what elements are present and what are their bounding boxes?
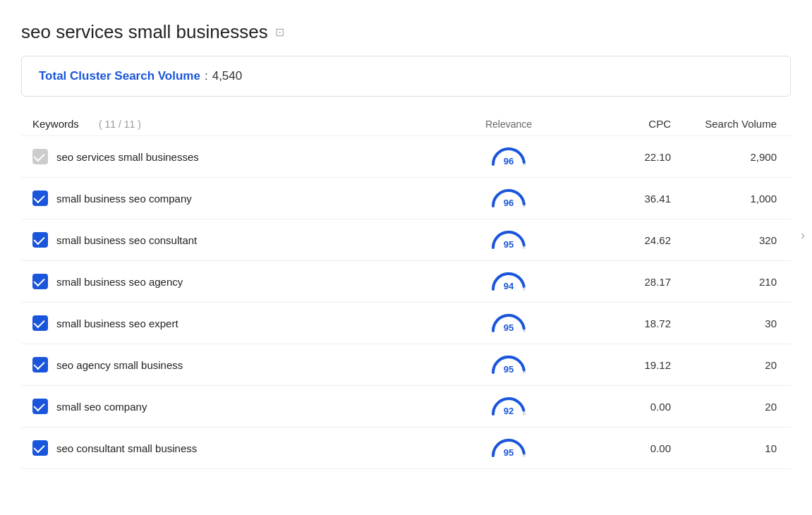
- volume-cell: 20: [671, 401, 784, 413]
- header-keyword: Keywords ( 11 / 11 ): [32, 118, 445, 130]
- volume-cell: 30: [671, 317, 784, 329]
- cpc-cell: 36.41: [572, 193, 671, 205]
- relevance-value: 92: [504, 406, 514, 416]
- header-volume: Search Volume: [671, 118, 784, 130]
- cpc-cell: 18.72: [572, 317, 671, 329]
- keyword-text: seo services small businesses: [56, 151, 199, 163]
- cluster-volume-value: 4,540: [212, 69, 243, 83]
- copy-icon[interactable]: ⊡: [275, 25, 284, 39]
- table-header: Keywords ( 11 / 11 ) Relevance CPC Searc…: [21, 112, 791, 135]
- keyword-text: small business seo company: [56, 193, 192, 205]
- chevron-right-icon[interactable]: ›: [801, 227, 805, 242]
- table-row: small business seo company 96 36.41 1,00…: [21, 177, 791, 219]
- volume-cell: 10: [671, 442, 784, 454]
- keywords-count: ( 11 / 11 ): [99, 119, 141, 130]
- cpc-cell: 0.00: [572, 401, 671, 413]
- relevance-gauge: 94: [490, 271, 527, 292]
- relevance-value: 96: [504, 198, 514, 208]
- page-title-text: seo services small businesses: [21, 21, 268, 43]
- table-row: small business seo consultant 95 24.62 3…: [21, 219, 791, 260]
- relevance-gauge: 95: [490, 229, 527, 250]
- relevance-value: 94: [504, 281, 514, 291]
- relevance-gauge: 92: [490, 396, 527, 417]
- table-row: small seo company 92 0.00 20: [21, 385, 791, 427]
- relevance-value: 95: [504, 322, 514, 333]
- keyword-text: small business seo agency: [56, 276, 183, 288]
- keyword-text: small business seo consultant: [56, 234, 197, 246]
- relevance-value: 95: [504, 447, 514, 458]
- relevance-cell: 96: [445, 146, 572, 167]
- keyword-cell: small business seo consultant: [32, 232, 445, 248]
- table-row: small business seo expert 95 18.72 30: [21, 302, 791, 344]
- cpc-cell: 28.17: [572, 276, 671, 288]
- keyword-text: seo agency small business: [56, 359, 183, 371]
- keyword-cell: seo agency small business: [32, 357, 445, 372]
- relevance-gauge: 96: [490, 146, 527, 167]
- relevance-cell: 96: [445, 188, 572, 209]
- table-row: seo consultant small business 95 0.00 10: [21, 427, 791, 469]
- table-rows: seo services small businesses 96 22.10 2…: [21, 135, 791, 469]
- relevance-value: 96: [504, 156, 514, 166]
- relevance-gauge: 96: [490, 188, 527, 209]
- volume-cell: 320: [671, 234, 784, 246]
- relevance-cell: 94: [445, 271, 572, 292]
- relevance-gauge: 95: [490, 354, 527, 375]
- table-row: small business seo agency 94 28.17 210: [21, 260, 791, 302]
- cpc-cell: 0.00: [572, 442, 671, 454]
- table-row: seo services small businesses 96 22.10 2…: [21, 135, 791, 177]
- keywords-table: Keywords ( 11 / 11 ) Relevance CPC Searc…: [21, 112, 791, 469]
- row-checkbox[interactable]: [32, 399, 48, 414]
- cpc-cell: 19.12: [572, 359, 671, 371]
- row-checkbox[interactable]: [32, 440, 48, 456]
- relevance-value: 95: [504, 364, 514, 375]
- relevance-gauge: 95: [490, 313, 527, 334]
- table-row: seo agency small business 95 19.12 20: [21, 344, 791, 385]
- row-checkbox[interactable]: [32, 315, 48, 331]
- cpc-cell: 22.10: [572, 151, 671, 163]
- keyword-cell: small business seo agency: [32, 274, 445, 289]
- keyword-text: small business seo expert: [56, 317, 178, 329]
- volume-cell: 20: [671, 359, 784, 371]
- header-relevance: Relevance: [445, 118, 572, 130]
- relevance-cell: 95: [445, 354, 572, 375]
- relevance-cell: 95: [445, 313, 572, 334]
- page-title: seo services small businesses ⊡: [21, 21, 791, 43]
- page-container: seo services small businesses ⊡ Total Cl…: [0, 0, 812, 469]
- volume-cell: 210: [671, 276, 784, 288]
- cpc-cell: 24.62: [572, 234, 671, 246]
- relevance-value: 95: [504, 239, 514, 250]
- row-checkbox[interactable]: [32, 357, 48, 372]
- keyword-cell: seo services small businesses: [32, 149, 445, 164]
- volume-cell: 2,900: [671, 151, 784, 163]
- keyword-text: seo consultant small business: [56, 442, 197, 454]
- header-cpc: CPC: [572, 118, 671, 130]
- relevance-cell: 95: [445, 229, 572, 250]
- cluster-volume-box: Total Cluster Search Volume : 4,540: [21, 56, 791, 97]
- row-checkbox[interactable]: [32, 149, 48, 164]
- cluster-volume-label: Total Cluster Search Volume: [39, 69, 200, 83]
- keyword-text: small seo company: [56, 401, 147, 413]
- cluster-volume-colon: :: [205, 69, 208, 83]
- row-checkbox[interactable]: [32, 232, 48, 248]
- relevance-cell: 95: [445, 437, 572, 459]
- relevance-cell: 92: [445, 396, 572, 417]
- relevance-gauge: 95: [490, 437, 527, 459]
- keyword-cell: small seo company: [32, 399, 445, 414]
- row-checkbox[interactable]: [32, 274, 48, 289]
- row-checkbox[interactable]: [32, 190, 48, 206]
- keyword-cell: small business seo company: [32, 190, 445, 206]
- keyword-cell: seo consultant small business: [32, 440, 445, 456]
- volume-cell: 1,000: [671, 193, 784, 205]
- keyword-cell: small business seo expert: [32, 315, 445, 331]
